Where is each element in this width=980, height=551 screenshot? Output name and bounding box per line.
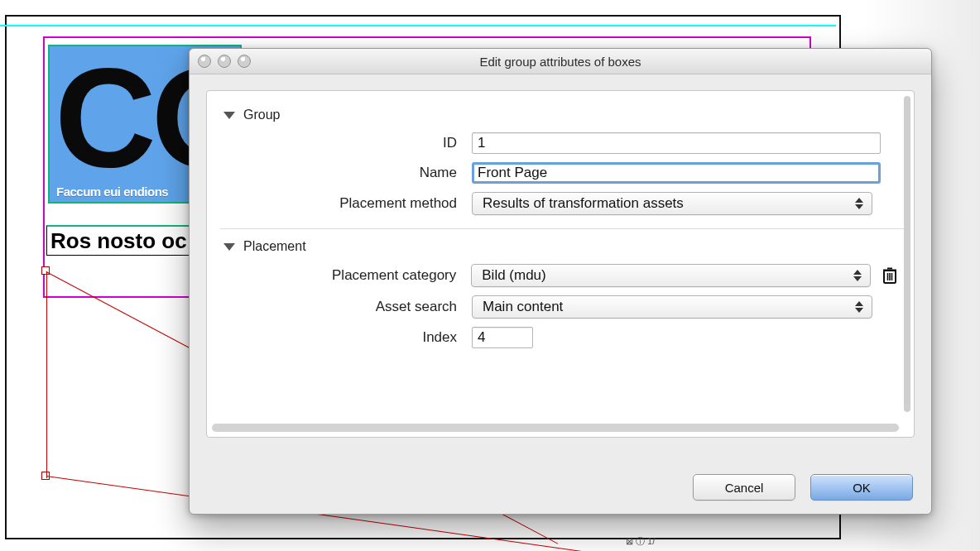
section-divider — [220, 228, 904, 229]
index-field[interactable] — [472, 327, 533, 348]
stepper-icon — [855, 198, 863, 209]
form-row-id: ID — [225, 132, 899, 154]
form-row-placement-method: Placement method Results of transformati… — [225, 192, 899, 215]
placement-category-popup[interactable]: Bild (mdu) — [471, 264, 871, 287]
horizontal-scrollbar[interactable] — [212, 424, 899, 432]
popup-value: Results of transformation assets — [483, 195, 684, 212]
statusbar-text: ⊠ ⓘ 1/ — [626, 535, 655, 548]
form-row-placement-category: Placement category Bild (mdu) — [225, 264, 899, 287]
id-field[interactable] — [472, 132, 881, 154]
group-section-header[interactable]: Group — [223, 108, 899, 122]
vertical-scrollbar[interactable] — [904, 96, 910, 412]
cancel-button[interactable]: Cancel — [693, 474, 795, 501]
asset-search-popup[interactable]: Main content — [472, 295, 872, 319]
label-placement-method: Placement method — [225, 195, 472, 212]
stepper-icon — [855, 301, 863, 313]
label-index: Index — [225, 329, 472, 346]
trash-icon[interactable] — [881, 266, 899, 285]
form-row-name: Name — [225, 162, 899, 184]
section-label: Placement — [243, 239, 306, 254]
placement-method-popup[interactable]: Results of transformation assets — [472, 192, 872, 215]
form-row-index: Index — [225, 327, 899, 348]
label-placement-category: Placement category — [225, 267, 471, 284]
form-row-asset-search: Asset search Main content — [225, 295, 899, 319]
app-canvas: CO Faccum eui endions Ros nosto oc ⊠ ⓘ 1… — [0, 0, 980, 551]
popup-value: Bild (mdu) — [482, 267, 545, 284]
ok-button[interactable]: OK — [810, 474, 913, 501]
label-id: ID — [225, 135, 472, 151]
window-zoom-button[interactable] — [238, 55, 251, 68]
dialog-content-panel: Group ID Name Placement method Results o… — [206, 90, 915, 438]
stepper-icon — [853, 270, 862, 281]
window-minimize-button[interactable] — [218, 55, 231, 68]
chevron-down-icon — [223, 243, 235, 251]
masthead-caption: Faccum eui endions — [56, 184, 168, 199]
section-label: Group — [243, 108, 280, 122]
name-field[interactable] — [472, 162, 881, 184]
titlebar[interactable]: Edit group attributes of boxes — [190, 49, 931, 74]
placement-section-header[interactable]: Placement — [223, 239, 899, 254]
label-asset-search: Asset search — [225, 299, 472, 315]
window-controls — [198, 55, 251, 68]
dialog-buttons: Cancel OK — [693, 474, 913, 501]
dialog-title: Edit group attributes of boxes — [479, 55, 641, 69]
label-name: Name — [225, 165, 472, 181]
popup-value: Main content — [483, 299, 563, 315]
window-close-button[interactable] — [198, 55, 211, 68]
guide-rule — [0, 25, 836, 27]
selection-edge — [46, 271, 48, 478]
edit-group-attributes-dialog: Edit group attributes of boxes Group ID … — [189, 48, 932, 515]
chevron-down-icon — [223, 112, 235, 119]
